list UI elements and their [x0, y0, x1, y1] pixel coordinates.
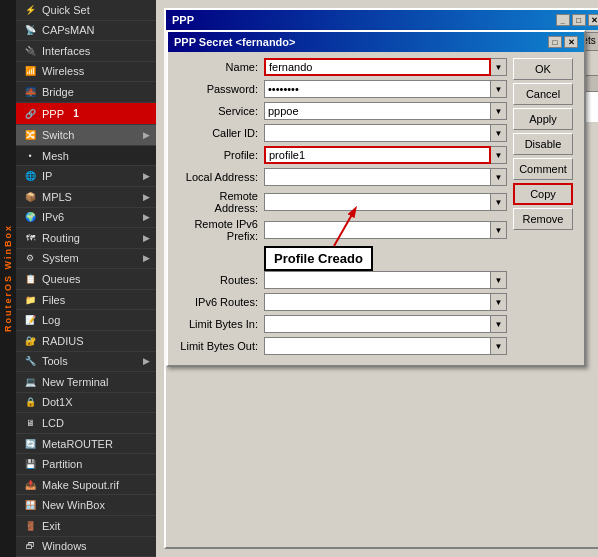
limit-bytes-out-row: Limit Bytes Out: ▼ — [174, 337, 507, 355]
sidebar-item-label: Partition — [42, 458, 82, 470]
sidebar-item-ipv6[interactable]: 🌍 IPv6 ▶ — [16, 208, 156, 229]
sidebar-item-wireless[interactable]: 📶 Wireless — [16, 62, 156, 83]
name-row: Name: ▼ — [174, 58, 507, 76]
routes-arrow-btn[interactable]: ▼ — [491, 271, 507, 289]
profile-arrow-btn[interactable]: ▼ — [491, 146, 507, 164]
expand-arrow-routing-icon: ▶ — [143, 233, 150, 243]
lcd-icon: 🖥 — [22, 416, 38, 430]
remote-address-arrow-btn[interactable]: ▼ — [491, 193, 507, 211]
sidebar-item-ppp[interactable]: 🔗 PPP 1 — [16, 103, 156, 126]
expand-arrow-ip-icon: ▶ — [143, 171, 150, 181]
sidebar-item-queues[interactable]: 📋 Queues — [16, 269, 156, 290]
dialog-maximize-btn[interactable]: □ — [548, 36, 562, 48]
caller-id-arrow-btn[interactable]: ▼ — [491, 124, 507, 142]
limit-bytes-out-input[interactable] — [264, 337, 491, 355]
ip-icon: 🌐 — [22, 169, 38, 183]
name-arrow-btn[interactable]: ▼ — [491, 58, 507, 76]
sidebar-item-capsman[interactable]: 📡 CAPsMAN — [16, 21, 156, 42]
sidebar-item-switch[interactable]: 🔀 Switch ▶ — [16, 125, 156, 146]
limit-bytes-in-input[interactable] — [264, 315, 491, 333]
apply-button[interactable]: Apply — [513, 108, 573, 130]
sidebar-item-new-winbox[interactable]: 🪟 New WinBox — [16, 495, 156, 516]
sidebar-item-label: Dot1X — [42, 396, 73, 408]
sidebar-item-mpls[interactable]: 📦 MPLS ▶ — [16, 187, 156, 208]
service-arrow-btn[interactable]: ▼ — [491, 102, 507, 120]
service-label: Service: — [174, 105, 264, 117]
local-address-label: Local Address: — [174, 171, 264, 183]
ppp-title-bar: PPP _ □ ✕ — [166, 10, 598, 30]
sidebar-item-label: Log — [42, 314, 60, 326]
sidebar-item-ip[interactable]: 🌐 IP ▶ — [16, 166, 156, 187]
ipv6-routes-label: IPv6 Routes: — [174, 296, 264, 308]
ppp-maximize-btn[interactable]: □ — [572, 14, 586, 26]
sidebar-item-files[interactable]: 📁 Files — [16, 290, 156, 311]
copy-button[interactable]: Copy — [513, 183, 573, 205]
sidebar-item-routing[interactable]: 🗺 Routing ▶ — [16, 228, 156, 249]
name-input-container: ▼ — [264, 58, 507, 76]
ppp-minimize-btn[interactable]: _ — [556, 14, 570, 26]
ok-button[interactable]: OK — [513, 58, 573, 80]
service-row: Service: ▼ — [174, 102, 507, 120]
disable-button[interactable]: Disable — [513, 133, 573, 155]
password-input[interactable] — [264, 80, 491, 98]
limit-bytes-out-arrow-btn[interactable]: ▼ — [491, 337, 507, 355]
sidebar-item-tools[interactable]: 🔧 Tools ▶ — [16, 352, 156, 373]
caller-id-input[interactable] — [264, 124, 491, 142]
ipv6-routes-arrow-btn[interactable]: ▼ — [491, 293, 507, 311]
sidebar-item-radius[interactable]: 🔐 RADIUS — [16, 331, 156, 352]
sidebar-item-system[interactable]: ⚙ System ▶ — [16, 249, 156, 270]
name-input[interactable] — [264, 58, 491, 76]
sidebar-item-label: MetaROUTER — [42, 438, 113, 450]
metarouter-icon: 🔄 — [22, 437, 38, 451]
ppp-close-btn[interactable]: ✕ — [588, 14, 598, 26]
tools-icon: 🔧 — [22, 354, 38, 368]
sidebar-item-exit[interactable]: 🚪 Exit — [16, 516, 156, 537]
comment-button[interactable]: Comment — [513, 158, 573, 180]
sidebar-item-partition[interactable]: 💾 Partition — [16, 454, 156, 475]
password-input-container: ▼ — [264, 80, 507, 98]
dialog-title-text: PPP Secret <fernando> — [174, 36, 295, 48]
cancel-button[interactable]: Cancel — [513, 83, 573, 105]
sidebar-item-lcd[interactable]: 🖥 LCD — [16, 413, 156, 434]
local-address-arrow-btn[interactable]: ▼ — [491, 168, 507, 186]
dialog-close-btn[interactable]: ✕ — [564, 36, 578, 48]
sidebar-item-mesh[interactable]: • Mesh — [16, 146, 156, 167]
make-supout-icon: 📤 — [22, 478, 38, 492]
remote-ipv6-arrow-btn[interactable]: ▼ — [491, 221, 507, 239]
log-icon: 📝 — [22, 313, 38, 327]
sidebar-item-quick-set[interactable]: ⚡ Quick Set — [16, 0, 156, 21]
sidebar-item-make-supout[interactable]: 📤 Make Supout.rif — [16, 475, 156, 496]
sidebar-item-windows[interactable]: 🗗 Windows — [16, 537, 156, 557]
limit-bytes-in-label: Limit Bytes In: — [174, 318, 264, 330]
sidebar-item-new-terminal[interactable]: 💻 New Terminal — [16, 372, 156, 393]
sidebar-item-label: PPP — [42, 108, 64, 120]
remote-address-label: Remote Address: — [174, 190, 264, 214]
annotation-text: Profile Creado — [274, 251, 363, 266]
service-input[interactable] — [264, 102, 491, 120]
remove-button[interactable]: Remove — [513, 208, 573, 230]
ppp-window: PPP _ □ ✕ Interface PPPoE Servers Secret… — [164, 8, 598, 549]
sidebar-item-label: IP — [42, 170, 52, 182]
annotation-area: Profile Creado — [264, 246, 507, 271]
password-arrow-btn[interactable]: ▼ — [491, 80, 507, 98]
routes-input[interactable] — [264, 271, 491, 289]
limit-bytes-in-arrow-btn[interactable]: ▼ — [491, 315, 507, 333]
local-address-input[interactable] — [264, 168, 491, 186]
sidebar-item-label: RADIUS — [42, 335, 84, 347]
remote-ipv6-input-container: ▼ — [264, 221, 507, 239]
local-address-input-container: ▼ — [264, 168, 507, 186]
sidebar-item-dot1x[interactable]: 🔒 Dot1X — [16, 393, 156, 414]
mpls-icon: 📦 — [22, 190, 38, 204]
sidebar-item-interfaces[interactable]: 🔌 Interfaces — [16, 41, 156, 62]
sidebar-item-bridge[interactable]: 🌉 Bridge — [16, 82, 156, 103]
sidebar-item-metarouter[interactable]: 🔄 MetaROUTER — [16, 434, 156, 455]
ipv6-routes-input[interactable] — [264, 293, 491, 311]
remote-ipv6-label: Remote IPv6 Prefix: — [174, 218, 264, 242]
password-row: Password: ▼ — [174, 80, 507, 98]
profile-input[interactable] — [264, 146, 491, 164]
queues-icon: 📋 — [22, 272, 38, 286]
wireless-icon: 📶 — [22, 64, 38, 78]
sidebar-item-log[interactable]: 📝 Log — [16, 310, 156, 331]
radius-icon: 🔐 — [22, 334, 38, 348]
annotation-arrow-svg — [324, 206, 384, 251]
